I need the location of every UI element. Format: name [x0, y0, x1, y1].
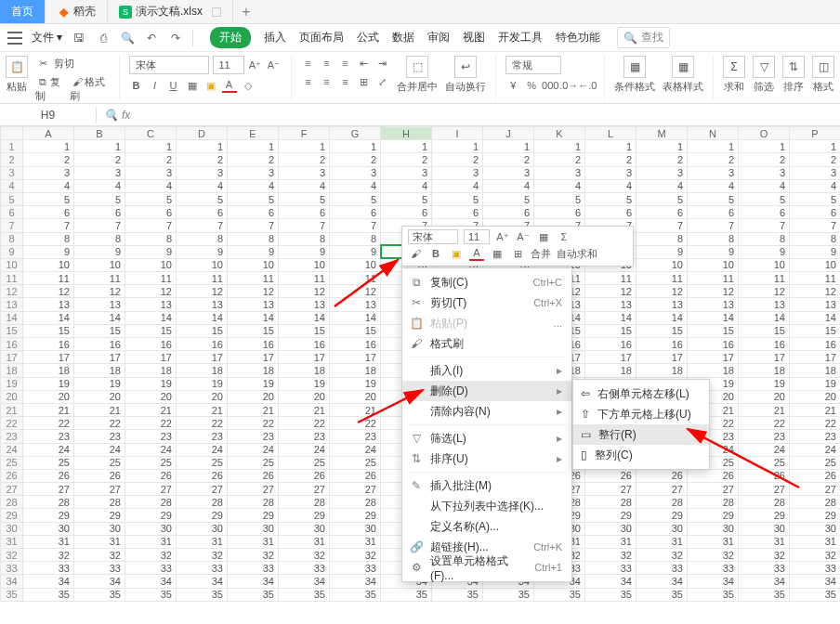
cell-D25[interactable]: 25	[177, 456, 228, 469]
cut-button[interactable]: ✂剪切	[35, 56, 110, 71]
cell-D3[interactable]: 3	[177, 166, 228, 179]
bold-icon[interactable]: B	[129, 78, 144, 93]
cell-E17[interactable]: 17	[228, 351, 279, 364]
cell-O24[interactable]: 24	[739, 443, 790, 456]
cell-L5[interactable]: 5	[585, 192, 637, 205]
cell-O19[interactable]: 19	[739, 377, 790, 390]
cell-F33[interactable]: 33	[279, 562, 330, 575]
italic-icon[interactable]: I	[148, 78, 163, 93]
cell-E15[interactable]: 15	[228, 324, 279, 337]
cell-L14[interactable]: 14	[585, 311, 637, 324]
cell-K6[interactable]: 6	[534, 206, 585, 219]
cell-A16[interactable]: 16	[23, 338, 74, 351]
cell-O29[interactable]: 29	[739, 509, 790, 522]
col-header-A[interactable]: A	[23, 127, 74, 140]
cell-M3[interactable]: 3	[637, 166, 688, 179]
cell-C10[interactable]: 10	[125, 258, 177, 271]
sub-shiftleft[interactable]: ⇦右侧单元格左移(L)	[573, 384, 709, 404]
cell-F20[interactable]: 20	[279, 390, 330, 403]
cell-M6[interactable]: 6	[637, 206, 688, 219]
cell-O18[interactable]: 18	[739, 364, 790, 377]
row-header-19[interactable]: 19	[1, 377, 23, 390]
cell-B26[interactable]: 26	[74, 469, 125, 482]
cell-B13[interactable]: 13	[74, 298, 125, 311]
cell-P2[interactable]: 2	[790, 153, 841, 166]
cell-H1[interactable]: 1	[381, 140, 432, 153]
cell-G19[interactable]: 19	[330, 377, 381, 390]
row-header-9[interactable]: 9	[1, 245, 23, 258]
cell-E29[interactable]: 29	[228, 509, 279, 522]
cell-B20[interactable]: 20	[74, 390, 125, 403]
cell-E7[interactable]: 7	[228, 219, 279, 232]
sub-shiftup[interactable]: ⇧下方单元格上移(U)	[573, 404, 709, 424]
cell-B11[interactable]: 11	[74, 272, 125, 285]
cell-D17[interactable]: 17	[177, 351, 228, 364]
cellstyle-button[interactable]: ▦表格样式	[663, 56, 703, 94]
cell-M29[interactable]: 29	[637, 509, 688, 522]
cell-E23[interactable]: 23	[228, 430, 279, 443]
indent-dec-icon[interactable]: ⇤	[356, 56, 371, 71]
cell-E12[interactable]: 12	[228, 285, 279, 298]
cell-B32[interactable]: 32	[74, 549, 125, 562]
cell-D9[interactable]: 9	[177, 245, 228, 258]
cell-D26[interactable]: 26	[177, 469, 228, 482]
row-header-32[interactable]: 32	[1, 549, 23, 562]
cell-G5[interactable]: 5	[330, 192, 381, 205]
row-header-33[interactable]: 33	[1, 562, 23, 575]
cell-E22[interactable]: 22	[228, 417, 279, 430]
cell-F3[interactable]: 3	[279, 166, 330, 179]
tab-new[interactable]: +	[233, 0, 259, 23]
cell-D2[interactable]: 2	[177, 153, 228, 166]
cell-P21[interactable]: 21	[790, 403, 841, 416]
cell-B6[interactable]: 6	[74, 206, 125, 219]
file-menu[interactable]: 文件 ▾	[32, 30, 62, 46]
paste-group[interactable]: 📋粘贴	[6, 56, 28, 94]
cell-F30[interactable]: 30	[279, 522, 330, 535]
cell-K2[interactable]: 2	[534, 153, 585, 166]
row-header-6[interactable]: 6	[1, 206, 23, 219]
cell-F4[interactable]: 4	[279, 179, 330, 192]
cell-H4[interactable]: 4	[381, 179, 432, 192]
cell-D23[interactable]: 23	[177, 430, 228, 443]
cell-A26[interactable]: 26	[23, 469, 74, 482]
cell-M18[interactable]: 18	[637, 364, 688, 377]
fontcolor-icon[interactable]: A	[222, 78, 237, 93]
cell-A19[interactable]: 19	[23, 377, 74, 390]
cell-L15[interactable]: 15	[585, 324, 637, 337]
cell-C15[interactable]: 15	[125, 324, 177, 337]
cell-C27[interactable]: 27	[125, 483, 177, 496]
cell-N31[interactable]: 31	[688, 535, 739, 548]
cell-G29[interactable]: 29	[330, 509, 381, 522]
cell-B24[interactable]: 24	[74, 443, 125, 456]
copy-button[interactable]: ⧉复制	[35, 74, 66, 103]
cell-N6[interactable]: 6	[688, 206, 739, 219]
cell-P27[interactable]: 27	[790, 483, 841, 496]
cell-O7[interactable]: 7	[739, 219, 790, 232]
cell-P15[interactable]: 15	[790, 324, 841, 337]
cell-B3[interactable]: 3	[74, 166, 125, 179]
cell-G1[interactable]: 1	[330, 140, 381, 153]
cell-G6[interactable]: 6	[330, 206, 381, 219]
row-header-17[interactable]: 17	[1, 351, 23, 364]
cell-F10[interactable]: 10	[279, 258, 330, 271]
cell-A17[interactable]: 17	[23, 351, 74, 364]
cell-M35[interactable]: 35	[637, 588, 688, 601]
menu-devtools[interactable]: 开发工具	[498, 30, 543, 46]
cell-D34[interactable]: 34	[177, 575, 228, 588]
row-header-1[interactable]: 1	[1, 140, 23, 153]
cell-G23[interactable]: 23	[330, 430, 381, 443]
cell-L27[interactable]: 27	[585, 483, 637, 496]
cell-E25[interactable]: 25	[228, 456, 279, 469]
cell-B1[interactable]: 1	[74, 140, 125, 153]
cell-D27[interactable]: 27	[177, 483, 228, 496]
cell-O32[interactable]: 32	[739, 549, 790, 562]
cell-A15[interactable]: 15	[23, 324, 74, 337]
cell-E16[interactable]: 16	[228, 338, 279, 351]
cell-N29[interactable]: 29	[688, 509, 739, 522]
cell-P22[interactable]: 22	[790, 417, 841, 430]
cell-D12[interactable]: 12	[177, 285, 228, 298]
cell-I6[interactable]: 6	[432, 206, 483, 219]
sub-entirerow[interactable]: ▭整行(R)	[573, 424, 709, 445]
cell-P3[interactable]: 3	[790, 166, 841, 179]
mini-sigma-icon[interactable]: Σ	[557, 229, 571, 244]
